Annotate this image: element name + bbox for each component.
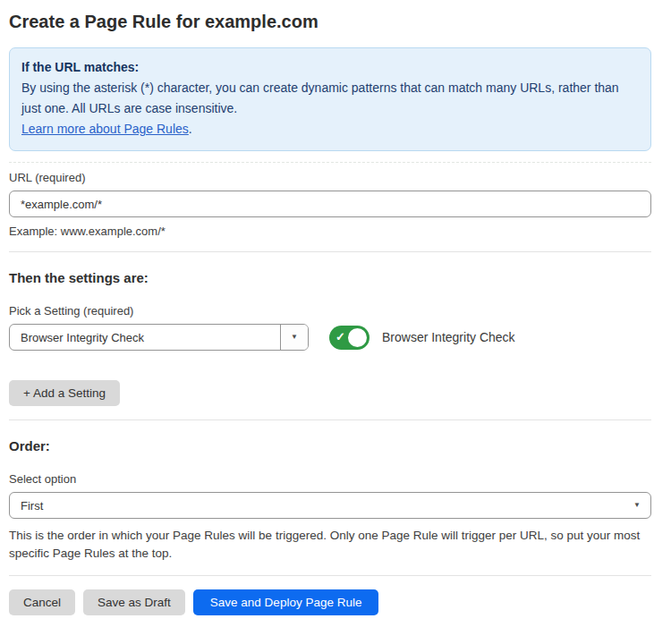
section-divider-3 [9, 575, 651, 576]
dashed-divider [9, 162, 651, 163]
toggle-knob [346, 326, 369, 349]
pick-setting-label: Pick a Setting (required) [9, 304, 651, 318]
setting-picker-value: Browser Integrity Check [10, 331, 280, 344]
info-box-link-line: Learn more about Page Rules. [21, 119, 636, 140]
check-icon: ✓ [336, 330, 345, 343]
order-select[interactable]: First ▼ [9, 492, 651, 519]
url-input[interactable] [9, 191, 651, 217]
order-select-label: Select option [9, 472, 651, 486]
url-field-label: URL (required) [9, 171, 651, 184]
learn-more-link[interactable]: Learn more about Page Rules [21, 122, 189, 136]
link-period: . [189, 122, 192, 136]
cancel-button[interactable]: Cancel [9, 589, 75, 615]
create-page-rule-panel: Create a Page Rule for example.com If th… [0, 0, 671, 644]
chevron-down-icon: ▼ [633, 502, 641, 509]
section-divider-2 [9, 419, 651, 420]
save-as-draft-button[interactable]: Save as Draft [83, 589, 185, 615]
setting-toggle[interactable]: ✓ [329, 326, 369, 350]
chevron-down-icon: ▼ [291, 334, 298, 341]
setting-toggle-label: Browser Integrity Check [382, 330, 515, 344]
order-helper-text: This is the order in which your Page Rul… [9, 527, 651, 562]
url-matches-info-box: If the URL matches: By using the asteris… [9, 47, 651, 151]
page-title: Create a Page Rule for example.com [9, 12, 651, 32]
setting-picker-arrow-button[interactable]: ▼ [280, 325, 308, 350]
url-field-helper: Example: www.example.com/* [9, 225, 651, 238]
add-setting-button[interactable]: + Add a Setting [9, 380, 120, 406]
info-box-heading: If the URL matches: [21, 57, 636, 78]
section-divider-1 [9, 251, 651, 252]
order-select-arrow: ▼ [624, 502, 650, 509]
save-and-deploy-button[interactable]: Save and Deploy Page Rule [193, 589, 379, 615]
settings-section-heading: Then the settings are: [9, 270, 651, 285]
info-box-body: By using the asterisk (*) character, you… [21, 78, 636, 119]
footer-actions: Cancel Save as Draft Save and Deploy Pag… [9, 589, 651, 615]
order-select-value: First [10, 499, 624, 513]
setting-row: Browser Integrity Check ▼ ✓ Browser Inte… [9, 324, 651, 351]
setting-picker-select[interactable]: Browser Integrity Check ▼ [9, 324, 309, 351]
order-section-heading: Order: [9, 438, 651, 453]
